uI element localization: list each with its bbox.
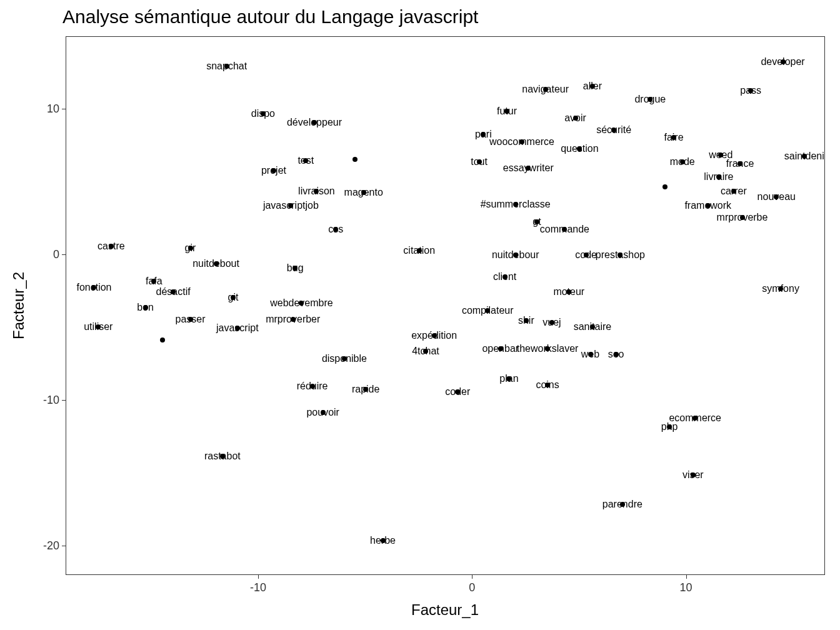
data-point <box>802 154 807 159</box>
data-point <box>526 166 531 171</box>
data-point <box>261 111 266 116</box>
data-point <box>224 64 229 69</box>
data-point <box>566 289 571 294</box>
data-point <box>519 139 524 144</box>
data-point <box>620 502 625 507</box>
data-point <box>549 320 554 325</box>
data-point <box>588 352 593 357</box>
data-point <box>292 266 298 271</box>
data-point <box>502 274 508 279</box>
data-point <box>618 252 622 258</box>
data-point <box>718 152 723 158</box>
data-point <box>188 246 193 251</box>
data-point <box>455 389 460 394</box>
data-point <box>314 189 319 194</box>
plot-panel: snapchatdevelopernavigateurallerpassdrog… <box>66 36 825 575</box>
data-point <box>667 424 672 429</box>
data-point <box>590 324 595 329</box>
y-tick-label: 0 <box>53 248 59 261</box>
data-point <box>352 157 358 162</box>
data-point <box>513 252 518 258</box>
x-tick-label: 10 <box>680 581 692 594</box>
data-point <box>662 184 668 189</box>
data-point <box>577 146 582 151</box>
data-point <box>151 279 156 284</box>
y-tick-label: -20 <box>43 539 59 552</box>
data-point <box>691 472 696 478</box>
data-point <box>271 168 276 173</box>
data-point <box>692 416 698 421</box>
data-point <box>706 203 711 208</box>
data-point <box>481 132 486 137</box>
y-tick <box>62 546 66 546</box>
data-point <box>220 454 225 459</box>
data-point <box>310 384 315 389</box>
data-point <box>524 318 529 323</box>
data-point <box>774 194 779 199</box>
data-point <box>381 538 386 543</box>
data-point <box>740 215 745 220</box>
data-point <box>312 120 317 125</box>
data-point <box>171 289 176 294</box>
data-point <box>611 128 616 132</box>
data-point <box>590 84 595 89</box>
data-point <box>432 333 437 338</box>
data-point <box>91 285 96 290</box>
data-point <box>738 161 742 166</box>
y-tick-label: -10 <box>43 394 59 407</box>
data-point <box>303 158 308 163</box>
data-point <box>235 326 240 331</box>
x-tick-label: 0 <box>469 581 475 594</box>
data-point <box>231 295 236 300</box>
data-point <box>506 376 511 381</box>
data-point <box>291 317 296 322</box>
data-point <box>477 159 482 164</box>
data-point <box>671 135 676 140</box>
data-point <box>778 286 783 291</box>
data-point <box>573 116 578 121</box>
y-axis-label: Facteur_2 <box>10 272 28 339</box>
plot-area: snapchatdevelopernavigateurallerpassdrog… <box>66 37 824 574</box>
data-point <box>214 261 219 266</box>
data-point <box>361 190 366 195</box>
data-point <box>417 248 422 253</box>
figure-root: Analyse sémantique autour du Langage jav… <box>0 0 840 630</box>
data-point <box>534 219 539 224</box>
data-point <box>584 252 589 258</box>
data-point <box>363 387 368 392</box>
data-point <box>781 59 786 64</box>
data-point <box>498 346 503 351</box>
data-point <box>160 338 165 342</box>
x-tick <box>472 575 472 579</box>
data-point <box>299 301 304 306</box>
x-tick <box>258 575 259 579</box>
data-point <box>543 87 548 92</box>
data-point <box>648 97 652 102</box>
data-point <box>748 88 753 93</box>
data-point <box>188 317 193 322</box>
data-point <box>545 346 550 351</box>
y-tick <box>62 254 66 255</box>
y-tick <box>62 400 66 401</box>
data-point <box>513 202 518 207</box>
data-point <box>614 352 619 357</box>
data-point <box>485 308 490 313</box>
data-point <box>731 189 736 194</box>
chart-title: Analyse sémantique autour du Langage jav… <box>62 6 478 28</box>
data-point <box>288 203 293 208</box>
x-axis-label: Facteur_1 <box>411 601 479 619</box>
data-point <box>342 356 347 361</box>
data-point <box>423 349 428 354</box>
data-point <box>545 382 550 388</box>
y-tick-label: 10 <box>47 102 59 116</box>
data-point <box>562 227 567 232</box>
x-tick <box>686 575 687 579</box>
data-point <box>716 174 721 179</box>
y-tick <box>62 109 66 109</box>
data-point <box>333 227 338 232</box>
data-point <box>143 305 148 310</box>
data-point <box>321 410 326 415</box>
data-point <box>504 109 509 114</box>
data-point <box>680 159 685 164</box>
data-point <box>109 244 114 249</box>
